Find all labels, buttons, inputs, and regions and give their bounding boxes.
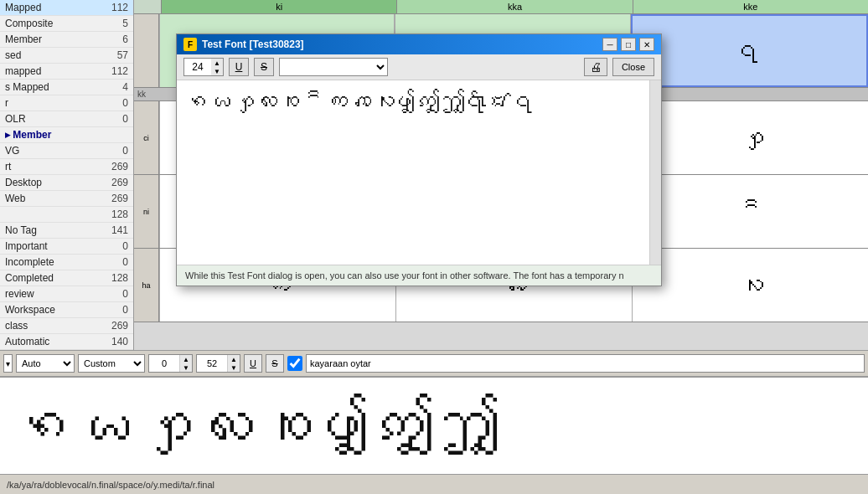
print-icon: 🖨 [590, 60, 602, 74]
dialog-text-area[interactable]: ꩫꩬꩭꩮꩯꩰꩱꩲꩳꩴꩵꩶ꩷꩸꩹ [183, 87, 654, 255]
dialog-status-text: While this Test Font dialog is open, you… [185, 270, 624, 280]
dialog-size-down-btn[interactable]: ▼ [211, 67, 223, 75]
dialog-strikethrough-btn[interactable]: S [254, 58, 274, 76]
dialog-minimize-btn[interactable]: ─ [602, 38, 617, 51]
dialog-scrollbar[interactable] [649, 80, 661, 265]
dialog-print-btn[interactable]: 🖨 [584, 58, 607, 76]
dialog-restore-btn[interactable]: □ [621, 38, 636, 51]
dialog-app-icon: F [183, 38, 197, 51]
dialog-titlebar: F Test Font [Test30823] ─ □ ✕ [177, 34, 661, 54]
test-font-dialog: F Test Font [Test30823] ─ □ ✕ ▲ ▼ U [176, 33, 662, 286]
dialog-close-button[interactable]: Close [612, 58, 654, 76]
dialog-size-spinbox: ▲ ▼ [183, 58, 224, 76]
dialog-toolbar: ▲ ▼ U S 🖨 Close [177, 54, 661, 80]
dialog-body: ꩫꩬꩭꩮꩯꩰꩱꩲꩳꩴꩵꩶ꩷꩸꩹ [177, 80, 661, 265]
dialog-underline-btn[interactable]: U [229, 58, 249, 76]
dialog-close-btn-x[interactable]: ✕ [639, 38, 654, 51]
dialog-status: While this Test Font dialog is open, you… [177, 265, 661, 286]
modal-overlay: F Test Font [Test30823] ─ □ ✕ ▲ ▼ U [0, 0, 868, 494]
dialog-font-select[interactable] [279, 58, 388, 76]
dialog-font-size-input[interactable] [184, 61, 211, 73]
dialog-title: Test Font [Test30823] [202, 39, 304, 50]
dialog-size-up-btn[interactable]: ▲ [211, 59, 223, 67]
